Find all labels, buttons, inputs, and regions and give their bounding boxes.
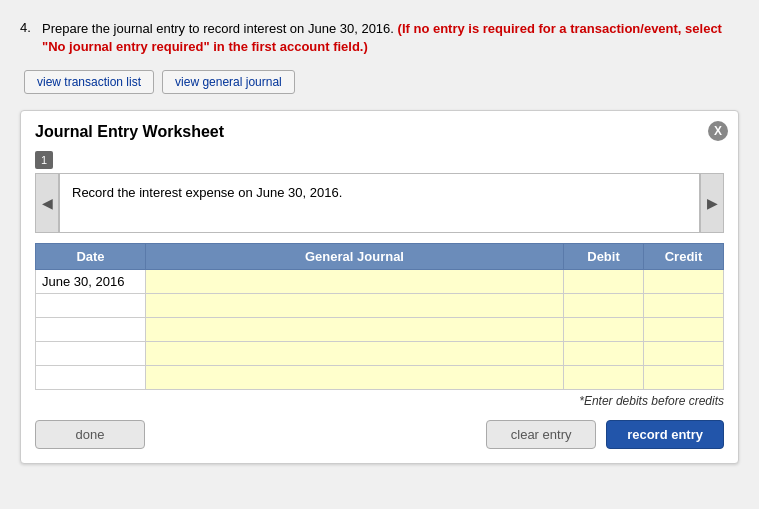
debit-cell[interactable] <box>564 294 644 318</box>
question-text: Prepare the journal entry to record inte… <box>42 20 739 56</box>
journal-cell[interactable] <box>146 270 564 294</box>
slide-number: 1 <box>35 151 53 169</box>
journal-input[interactable] <box>146 294 563 317</box>
journal-input[interactable] <box>146 342 563 365</box>
slide-content: Record the interest expense on June 30, … <box>59 173 700 233</box>
credit-cell[interactable] <box>644 342 724 366</box>
journal-input[interactable] <box>146 366 563 389</box>
credit-cell[interactable] <box>644 270 724 294</box>
journal-input[interactable] <box>146 270 563 293</box>
debit-input[interactable] <box>564 270 643 293</box>
journal-cell[interactable] <box>146 294 564 318</box>
done-button[interactable]: done <box>35 420 145 449</box>
date-cell <box>36 366 146 390</box>
question-main: Prepare the journal entry to record inte… <box>42 21 394 36</box>
journal-table: Date General Journal Debit Credit June 3… <box>35 243 724 390</box>
col-header-journal: General Journal <box>146 244 564 270</box>
journal-cell[interactable] <box>146 366 564 390</box>
col-header-credit: Credit <box>644 244 724 270</box>
debit-cell[interactable] <box>564 366 644 390</box>
debit-cell[interactable] <box>564 318 644 342</box>
date-cell <box>36 342 146 366</box>
debit-input[interactable] <box>564 366 643 389</box>
date-cell <box>36 318 146 342</box>
journal-cell[interactable] <box>146 318 564 342</box>
credit-cell[interactable] <box>644 366 724 390</box>
worksheet-container: Journal Entry Worksheet X 1 ◀ Record the… <box>20 110 739 464</box>
credit-input[interactable] <box>644 342 723 365</box>
question-header: 4. Prepare the journal entry to record i… <box>20 20 739 56</box>
toolbar: view transaction list view general journ… <box>24 70 739 94</box>
slide-text: Record the interest expense on June 30, … <box>72 185 342 200</box>
debit-cell[interactable] <box>564 342 644 366</box>
col-header-date: Date <box>36 244 146 270</box>
date-cell <box>36 294 146 318</box>
table-row <box>36 342 724 366</box>
credit-cell[interactable] <box>644 294 724 318</box>
table-row: June 30, 2016 <box>36 270 724 294</box>
credit-input[interactable] <box>644 318 723 341</box>
right-buttons: clear entry record entry <box>486 420 724 449</box>
credit-input[interactable] <box>644 366 723 389</box>
debit-input[interactable] <box>564 318 643 341</box>
view-transaction-button[interactable]: view transaction list <box>24 70 154 94</box>
table-row <box>36 294 724 318</box>
debit-cell[interactable] <box>564 270 644 294</box>
worksheet-title: Journal Entry Worksheet <box>35 123 724 141</box>
debit-input[interactable] <box>564 294 643 317</box>
table-row <box>36 318 724 342</box>
clear-button[interactable]: clear entry <box>486 420 596 449</box>
question-number: 4. <box>20 20 36 56</box>
close-button[interactable]: X <box>708 121 728 141</box>
prev-arrow[interactable]: ◀ <box>35 173 59 233</box>
journal-input[interactable] <box>146 318 563 341</box>
slide-area: ◀ Record the interest expense on June 30… <box>35 173 724 233</box>
credit-input[interactable] <box>644 294 723 317</box>
next-arrow[interactable]: ▶ <box>700 173 724 233</box>
journal-cell[interactable] <box>146 342 564 366</box>
enter-note: *Enter debits before credits <box>35 394 724 408</box>
record-button[interactable]: record entry <box>606 420 724 449</box>
debit-input[interactable] <box>564 342 643 365</box>
date-cell: June 30, 2016 <box>36 270 146 294</box>
col-header-debit: Debit <box>564 244 644 270</box>
credit-cell[interactable] <box>644 318 724 342</box>
action-bar: done clear entry record entry <box>35 420 724 449</box>
credit-input[interactable] <box>644 270 723 293</box>
view-journal-button[interactable]: view general journal <box>162 70 295 94</box>
table-row <box>36 366 724 390</box>
